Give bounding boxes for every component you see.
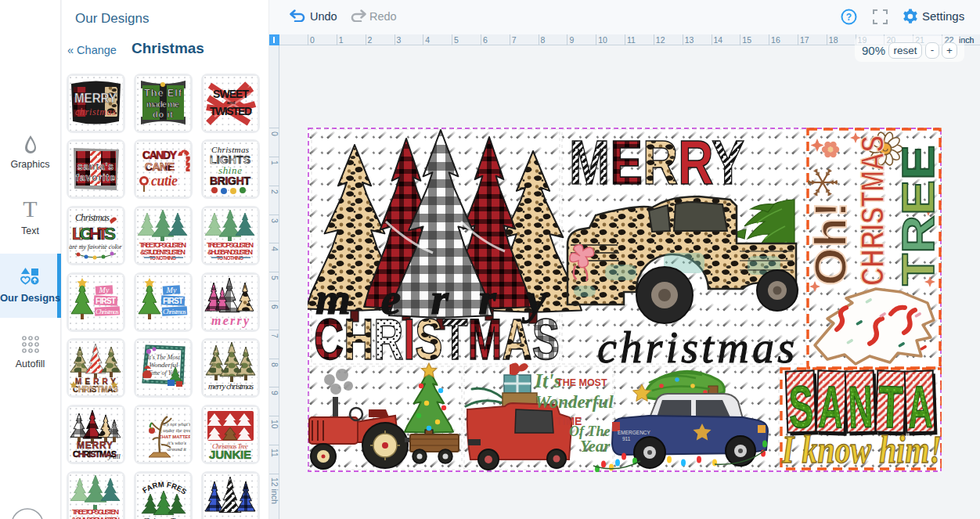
svg-text:Wonderful: Wonderful — [535, 392, 614, 412]
svg-text:THAT MATTERS: THAT MATTERS — [159, 434, 190, 439]
svg-text:SWEET: SWEET — [213, 88, 249, 100]
svg-text:Year: Year — [580, 437, 611, 456]
svg-text:TWISTED: TWISTED — [210, 105, 252, 117]
svg-text:christmas: christmas — [597, 323, 794, 372]
svg-text:Oh!: Oh! — [805, 201, 856, 286]
svg-text:My: My — [165, 286, 176, 294]
svg-text:MERRY: MERRY — [569, 128, 744, 197]
svg-text:TREE TOPS GLISTEN: TREE TOPS GLISTEN — [72, 507, 119, 516]
svg-text:CHRISTMAS: CHRISTMAS — [73, 385, 118, 394]
svg-text:merry: merry — [211, 314, 250, 328]
svg-text:CANE: CANE — [145, 160, 175, 173]
svg-text:CHRISTMAS: CHRISTMAS — [854, 135, 891, 286]
svg-text:My: My — [98, 286, 109, 294]
svg-text:Christmas Trees: Christmas Trees — [142, 516, 185, 519]
svg-text:it's not what's: it's not what's — [163, 421, 190, 427]
svg-text:favorite: favorite — [76, 172, 115, 183]
svg-text:it's who's: it's who's — [168, 440, 186, 445]
svg-text:JUNKIE: JUNKIE — [209, 448, 251, 461]
svg-text:Christmas: Christmas — [95, 308, 119, 315]
svg-text:y'all: y'all — [107, 452, 121, 460]
svg-text:911: 911 — [622, 436, 631, 442]
svg-text:Christmas: Christmas — [163, 308, 186, 315]
svg-text:MERRY: MERRY — [74, 92, 117, 105]
svg-text:do it: do it — [153, 110, 173, 119]
svg-text:BRIGHT: BRIGHT — [210, 175, 250, 187]
svg-text:santa's: santa's — [77, 161, 113, 172]
svg-text:I know him!: I know him! — [781, 427, 942, 471]
svg-text:EMERGENCY: EMERGENCY — [618, 430, 651, 435]
svg-text:LIGHTS: LIGHTS — [72, 224, 116, 243]
svg-text:under the tree: under the tree — [162, 427, 189, 433]
svg-text:CHRISTMAS: CHRISTMAS — [314, 307, 560, 372]
svg-text:are my favorite color: are my favorite color — [69, 243, 122, 250]
svg-text:The Elf: The Elf — [144, 87, 182, 99]
svg-text:TREE: TREE — [892, 145, 942, 286]
svg-text:Christmas: Christmas — [75, 212, 110, 223]
svg-text:It's The Most: It's The Most — [146, 354, 180, 361]
svg-text:FIRST: FIRST — [163, 297, 183, 305]
svg-text:& CHILDREN LISTEN: & CHILDREN LISTEN — [71, 516, 120, 519]
svg-text:THE MOST: THE MOST — [557, 377, 607, 388]
svg-text:made me: made me — [146, 99, 179, 109]
svg-text:?: ? — [846, 12, 852, 23]
svg-text:CANDY: CANDY — [142, 149, 178, 161]
svg-text:merry christmas: merry christmas — [208, 381, 254, 391]
svg-text:around it: around it — [168, 446, 186, 452]
svg-text:cutie: cutie — [151, 173, 178, 189]
svg-text:Wonderful: Wonderful — [149, 361, 178, 369]
svg-text:FIRST: FIRST — [95, 297, 116, 305]
svg-text:christmas: christmas — [75, 106, 116, 117]
